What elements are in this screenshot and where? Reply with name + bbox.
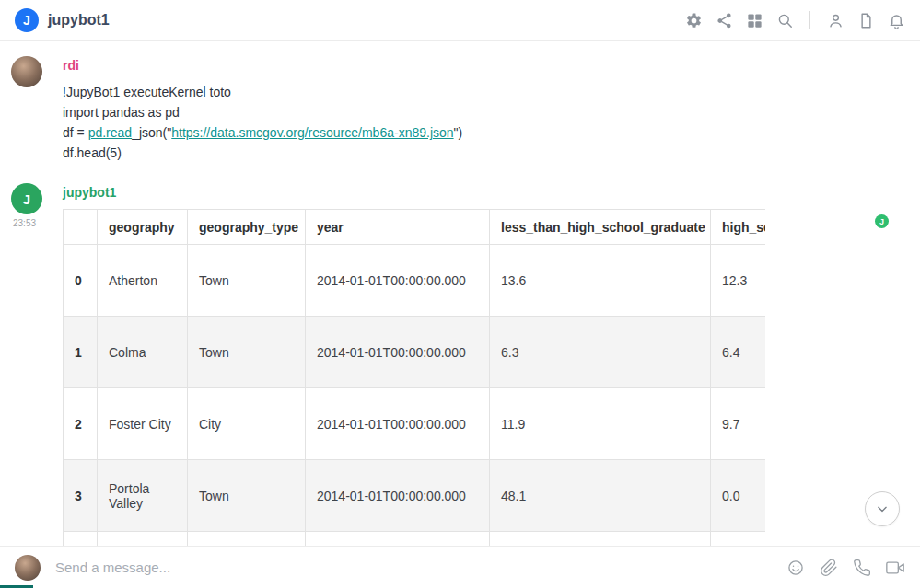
message-list: rdi !JupyBot1 executeKernel toto import … xyxy=(0,41,920,546)
username[interactable]: jupybot1 xyxy=(63,183,116,202)
table-row: 2 Foster City City 2014-01-01T00:00:00.0… xyxy=(64,388,766,460)
cell: 3 xyxy=(64,460,98,532)
table-row-partial xyxy=(64,532,766,547)
cell: 2014-01-01T00:00:00.000 xyxy=(306,245,490,317)
cell: 6.4 xyxy=(711,317,766,388)
composer-actions xyxy=(786,558,905,578)
col-less-than-hs: less_than_high_school_graduate xyxy=(490,210,711,245)
message-line: !JupyBot1 executeKernel toto xyxy=(63,82,883,102)
dataframe-table: geography geography_type year less_than_… xyxy=(63,209,765,546)
cell: 11.9 xyxy=(490,388,711,460)
header-toolbar xyxy=(684,11,905,29)
user-avatar[interactable] xyxy=(11,56,42,87)
header-divider xyxy=(809,11,810,29)
share-icon[interactable] xyxy=(715,11,733,29)
message-rdi: rdi !JupyBot1 executeKernel toto import … xyxy=(0,56,920,163)
cell: 2014-01-01T00:00:00.000 xyxy=(306,460,490,532)
cell: 2 xyxy=(64,388,98,460)
cell xyxy=(188,532,306,547)
cell: Portola Valley xyxy=(98,460,188,532)
emoji-icon[interactable] xyxy=(786,558,806,578)
paperclip-icon[interactable] xyxy=(819,558,839,578)
phone-icon[interactable] xyxy=(852,558,872,578)
cell xyxy=(98,532,188,547)
code-text: ") xyxy=(454,125,463,140)
col-index xyxy=(64,210,98,245)
bot-status-badge: J xyxy=(875,214,889,228)
message-composer xyxy=(0,546,920,588)
cell: Atherton xyxy=(98,245,188,317)
table-header-row: geography geography_type year less_than_… xyxy=(64,210,766,245)
cell xyxy=(711,532,766,547)
message-line: df.head(5) xyxy=(63,143,883,163)
code-text: _json(" xyxy=(132,125,171,140)
cell: 0.0 xyxy=(711,460,766,532)
cell: 6.3 xyxy=(490,317,711,388)
cell: 2014-01-01T00:00:00.000 xyxy=(306,317,490,388)
cell: 2014-01-01T00:00:00.000 xyxy=(306,388,490,460)
apps-grid-icon[interactable] xyxy=(745,11,763,29)
jump-to-bottom-button[interactable] xyxy=(865,491,900,526)
code-text: df = xyxy=(63,125,88,140)
url-link[interactable]: https://data.smcgov.org/resource/mb6a-xn… xyxy=(171,125,453,140)
table-row: 3 Portola Valley Town 2014-01-01T00:00:0… xyxy=(64,460,766,532)
cell: 13.6 xyxy=(490,245,711,317)
col-geography: geography xyxy=(98,210,188,245)
cell: 0 xyxy=(64,245,98,317)
chevron-down-icon xyxy=(873,500,891,518)
self-avatar[interactable] xyxy=(15,555,41,581)
col-geography-type: geography_type xyxy=(188,210,306,245)
cell: City xyxy=(188,388,306,460)
video-camera-icon[interactable] xyxy=(885,558,905,578)
cell: Foster City xyxy=(98,388,188,460)
cell xyxy=(64,532,98,547)
files-icon[interactable] xyxy=(856,11,875,29)
table-row: 1 Colma Town 2014-01-01T00:00:00.000 6.3… xyxy=(64,317,766,388)
channel-title: jupybot1 xyxy=(48,12,110,29)
col-year: year xyxy=(306,210,490,245)
table-row: 0 Atherton Town 2014-01-01T00:00:00.000 … xyxy=(64,245,766,317)
cell: Colma xyxy=(98,317,188,388)
cell: Town xyxy=(188,245,306,317)
message-line: df = pd.read_json("https://data.smcgov.o… xyxy=(63,122,883,143)
cell: 9.7 xyxy=(711,388,766,460)
message-timestamp: 23:53 xyxy=(13,218,36,228)
col-high-sc: high_sc xyxy=(711,210,766,245)
message-line: import pandas as pd xyxy=(63,102,883,122)
cell: Town xyxy=(188,460,306,532)
bell-icon[interactable] xyxy=(887,11,905,29)
cell: 12.3 xyxy=(711,245,766,317)
dataframe-table-container: geography geography_type year less_than_… xyxy=(63,209,765,546)
cell: Town xyxy=(188,317,306,388)
channel-header: J jupybot1 xyxy=(0,0,920,41)
username[interactable]: rdi xyxy=(63,56,79,75)
bot-avatar[interactable]: J xyxy=(11,183,42,214)
code-link[interactable]: pd.read xyxy=(88,125,132,140)
message-input[interactable] xyxy=(53,559,786,576)
channel-avatar[interactable]: J xyxy=(15,8,39,32)
search-icon[interactable] xyxy=(775,11,794,29)
members-icon[interactable] xyxy=(826,11,844,29)
cell: 48.1 xyxy=(490,460,711,532)
cell: 1 xyxy=(64,317,98,388)
cell xyxy=(490,532,711,547)
message-body: !JupyBot1 executeKernel toto import pand… xyxy=(63,82,883,163)
message-jupybot1: J 23:53 jupybot1 geography geography_typ… xyxy=(0,183,920,546)
cell xyxy=(306,532,490,547)
gear-icon[interactable] xyxy=(684,11,703,29)
